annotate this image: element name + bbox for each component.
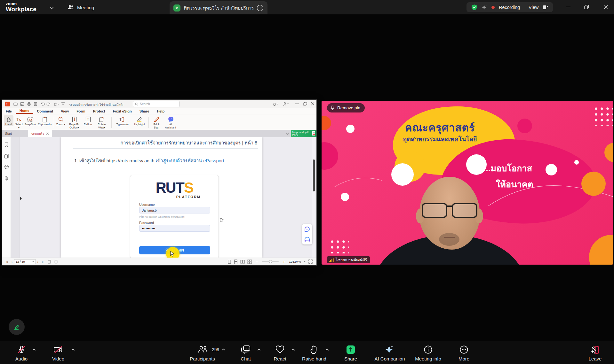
ai-sparkle-icon[interactable] [482,4,487,10]
menu-help[interactable]: Help [153,109,168,113]
tool-page-fit[interactable]: Page Fit Option▾ [67,115,81,129]
tool-reflow[interactable]: T Reflow [83,115,93,126]
workspace-chevron-down-icon[interactable] [50,6,54,9]
undo-icon[interactable] [40,102,45,106]
facing-view-icon[interactable] [240,259,245,264]
export-icon[interactable] [34,102,38,106]
pages-icon[interactable] [4,153,9,159]
foxit-restore-button[interactable] [303,102,307,106]
first-page-button[interactable]: « [4,260,10,264]
leave-button[interactable]: Leave [586,345,605,361]
menu-home[interactable]: Home [16,109,33,114]
foxit-search-box[interactable]: Search [133,101,179,107]
speaker-mouth [444,237,455,238]
annotate-fab-button[interactable] [9,319,25,335]
password-field[interactable]: ••••••••••• [139,225,210,232]
zoom-slider[interactable] [262,261,279,262]
window-minimize-button[interactable] [564,3,573,11]
meeting-info-button[interactable]: Meeting info [411,345,445,361]
more-button[interactable]: More [455,345,473,361]
tab-close-icon[interactable] [46,133,49,135]
single-page-view-icon[interactable] [227,259,231,264]
tool-fill-sign[interactable]: Fill & Sign [150,115,163,129]
menu-protect[interactable]: Protect [89,109,109,113]
tab-list-chevron-icon[interactable] [286,133,289,135]
tool-hand[interactable]: Hand [4,115,13,126]
comments-icon[interactable] [4,165,9,169]
menu-comment[interactable]: Comment [33,109,57,113]
merge-split-pdfs-badge[interactable]: Merge and split PDFs [291,130,316,137]
zoom-slider-knob[interactable] [269,260,272,263]
customize-toolbar-icon[interactable] [61,102,65,105]
raise-hand-button[interactable]: Raise hand [299,345,329,361]
tool-select[interactable]: T Select ▾ [14,115,24,129]
shared-screen-tab-title: ทิพวรรณ พุทธวิโร สำนักวิทยบริการฯ's [184,4,253,12]
bookmarks-icon[interactable] [4,142,9,147]
tab-start[interactable]: Start [2,130,28,137]
continuous-facing-view-icon[interactable] [247,259,252,264]
ai-headset-button[interactable]: AI [304,236,311,243]
audio-options-chevron[interactable] [32,348,36,351]
open-icon[interactable] [13,102,18,106]
save-icon[interactable] [20,102,24,106]
video-button[interactable]: Video [49,345,68,361]
security-shield-icon[interactable] [471,4,477,11]
prev-page-button[interactable]: ‹ [10,260,14,264]
pdf-vertical-scrollbar[interactable] [312,137,315,258]
video-options-chevron[interactable] [71,348,75,351]
menu-view[interactable]: View [57,109,73,113]
view-layout-icon[interactable] [543,5,548,10]
zoom-out-button[interactable]: − [254,260,259,264]
account-icon[interactable] [283,102,289,106]
window-restore-button[interactable] [582,3,591,11]
panel-expand-arrow[interactable] [20,197,22,200]
react-button[interactable]: React [271,345,289,361]
ai-chat-bubble-button[interactable] [304,226,311,233]
remove-pin-button[interactable]: Remove pin [327,103,365,112]
chat-options-chevron[interactable] [257,348,261,351]
menu-file[interactable]: File [2,109,16,113]
redo-icon[interactable] [46,102,51,106]
audio-button[interactable]: Audio [12,345,31,361]
tab-current-document[interactable]: ระบบบริหารจัดการค่าใ... [28,130,52,137]
last-page-button[interactable]: » [40,260,45,264]
window-close-button[interactable] [601,3,610,11]
next-view-icon[interactable] [54,259,58,264]
react-options-chevron[interactable] [291,348,295,351]
tab-shared-screen[interactable]: ท ทิพวรรณ พุทธวิโร สำนักวิทยบริการฯ's [170,1,267,14]
zoom-percent-value[interactable]: 193.94% [289,260,301,263]
hand-tool-quick-icon[interactable] [53,102,59,106]
next-page-button[interactable]: › [36,260,40,264]
print-icon[interactable] [27,102,31,106]
raise-hand-options-chevron[interactable] [325,348,329,351]
view-button[interactable]: View [529,5,538,10]
tool-highlight[interactable]: Highlight [132,115,147,126]
scrollbar-thumb[interactable] [313,159,315,191]
tab-meeting[interactable]: Meeting [67,3,94,12]
username-field[interactable]: Jantima.b [139,207,210,213]
tool-typewriter[interactable]: T Typewriter [115,115,131,126]
tool-zoom[interactable]: Zoom ▾ [56,115,66,126]
notification-bell-icon[interactable] [272,102,279,106]
zoom-dropdown-icon[interactable] [304,261,306,262]
tool-rotate-view[interactable]: Rotate View▾ [95,115,109,129]
tool-ai-assistant[interactable]: AI Assistant [164,115,177,129]
menu-share[interactable]: Share [136,109,153,113]
zoom-in-button[interactable]: + [281,260,286,264]
menu-form[interactable]: Form [73,109,89,113]
foxit-minimize-button[interactable] [295,104,299,104]
tool-snapshot[interactable]: SnapShot [24,115,36,126]
participants-options-chevron[interactable] [221,348,226,351]
tool-clipboard[interactable]: Clipboard ▾ [38,115,52,126]
tab-more-icon[interactable] [257,4,264,12]
fullscreen-icon[interactable] [308,259,313,264]
prev-view-icon[interactable] [47,259,52,264]
page-number-box[interactable]: 12 / 39 [14,259,36,264]
attachments-icon[interactable] [4,175,9,181]
ai-companion-button[interactable]: AI Companion [372,345,407,361]
share-button[interactable]: Share [341,345,360,361]
foxit-close-button[interactable] [311,102,315,105]
menu-foxit-esign[interactable]: Foxit eSign [109,109,136,113]
continuous-view-icon[interactable] [234,259,238,264]
chat-button[interactable]: Chat [237,345,255,361]
